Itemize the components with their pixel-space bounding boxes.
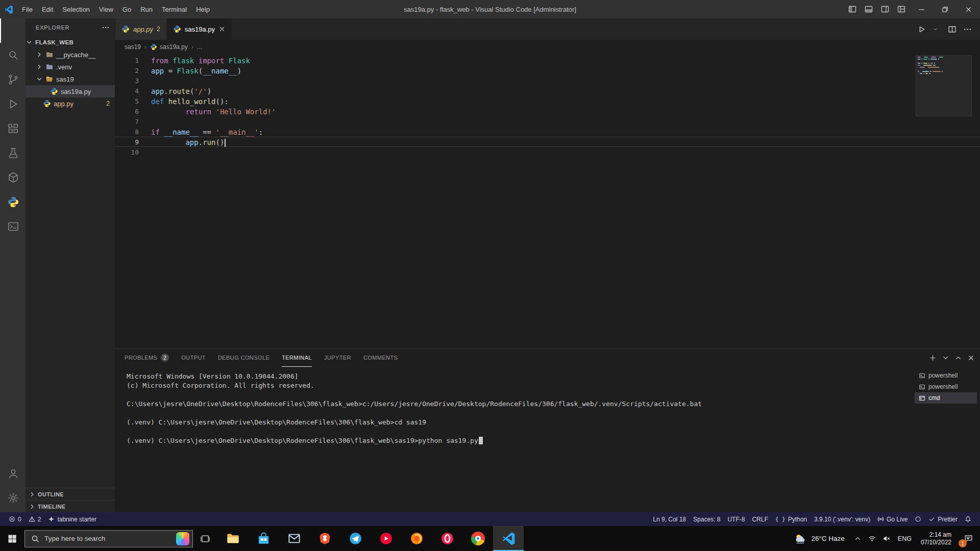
tree-item-sas19a-py[interactable]: sas19a.py — [26, 85, 115, 97]
tree-item-app-py[interactable]: app.py2 — [26, 97, 115, 110]
breadcrumb-item-sas19[interactable]: sas19 — [125, 43, 141, 51]
terminal-instance-cmd[interactable]: cmd — [915, 392, 977, 404]
restore-button[interactable] — [933, 0, 957, 18]
language-indicator[interactable]: ENG — [894, 535, 916, 542]
panel-tab-comments[interactable]: COMMENTS — [363, 349, 398, 367]
action-center-button[interactable]: 1 — [957, 526, 980, 551]
status-python-interpreter[interactable]: 3.9.10 ('.venv': venv) — [811, 512, 874, 526]
code-line-8[interactable]: 8if __name__ == '__main__': — [115, 127, 980, 137]
activity-search-icon[interactable] — [0, 43, 26, 67]
code-line-10[interactable]: 10 — [115, 147, 980, 157]
status-cursor-position[interactable]: Ln 9, Col 18 — [649, 512, 690, 526]
status-warnings[interactable]: 2 — [25, 512, 45, 526]
status-prettier[interactable]: Prettier — [925, 512, 961, 526]
weather-widget[interactable]: 26°C Haze — [788, 526, 850, 551]
panel-tab-debug-console[interactable]: DEBUG CONSOLE — [218, 349, 270, 367]
chrome-taskbar-icon[interactable] — [462, 526, 493, 551]
maximize-panel-button[interactable] — [954, 354, 962, 362]
tree-item-pycache[interactable]: __pycache__ — [26, 48, 115, 61]
activity-package-icon[interactable] — [0, 165, 26, 190]
tree-root-flask-web[interactable]: FLASK_WEB — [26, 36, 115, 48]
status-go-live[interactable]: Go Live — [874, 512, 911, 526]
terminal-instance-powershell[interactable]: powershell — [915, 370, 977, 381]
terminal-output[interactable]: Microsoft Windows [Version 10.0.19044.20… — [115, 367, 980, 512]
tree-item-venv[interactable]: .venv — [26, 61, 115, 73]
minimize-button[interactable] — [910, 0, 933, 18]
taskbar-search-input[interactable]: Type here to search — [24, 530, 193, 547]
activity-settings-icon[interactable] — [0, 486, 26, 510]
activity-extensions-icon[interactable] — [0, 116, 26, 141]
new-terminal-button[interactable] — [929, 354, 937, 362]
code-line-4[interactable]: 4app.route('/') — [115, 86, 980, 96]
sidebar-section-timeline[interactable]: TIMELINE — [26, 500, 115, 512]
activity-python-icon[interactable] — [0, 190, 26, 214]
menu-view[interactable]: View — [94, 0, 118, 18]
activity-run-debug-icon[interactable] — [0, 92, 26, 116]
more-actions-icon[interactable] — [102, 23, 110, 32]
store-taskbar-icon[interactable] — [248, 526, 279, 551]
more-editor-actions-button[interactable] — [961, 22, 974, 36]
tab-sas19a-py[interactable]: sas19a.py — [167, 18, 232, 40]
status-language-mode[interactable]: { }Python — [772, 512, 811, 526]
brave-taskbar-icon[interactable] — [309, 526, 340, 551]
panel-tab-jupyter[interactable]: JUPYTER — [324, 349, 351, 367]
hidden-icons-chevron[interactable] — [851, 526, 865, 551]
mail-taskbar-icon[interactable] — [279, 526, 309, 551]
code-line-5[interactable]: 5def hello_world(): — [115, 96, 980, 106]
terminal-instance-powershell[interactable]: powershell — [915, 381, 977, 392]
volume-muted-icon[interactable] — [879, 526, 894, 551]
toggle-sidebar-icon[interactable] — [844, 0, 861, 18]
menu-edit[interactable]: Edit — [37, 0, 58, 18]
terminal-dropdown-icon[interactable] — [942, 354, 949, 362]
search-highlights-icon[interactable] — [176, 532, 189, 545]
file-explorer-taskbar-icon[interactable] — [217, 526, 248, 551]
minimap[interactable] — [916, 55, 972, 157]
activity-source-control-icon[interactable] — [0, 67, 26, 92]
panel-tab-problems[interactable]: PROBLEMS2 — [125, 349, 169, 367]
status-indentation[interactable]: Spaces: 8 — [690, 512, 724, 526]
code-line-7[interactable]: 7 — [115, 116, 980, 127]
menu-file[interactable]: File — [17, 0, 37, 18]
status-tabnine[interactable]: tabnine starter — [44, 512, 100, 526]
menu-go[interactable]: Go — [118, 0, 136, 18]
toggle-secondary-sidebar-icon[interactable] — [877, 0, 893, 18]
menu-selection[interactable]: Selection — [58, 0, 94, 18]
activity-testing-icon[interactable] — [0, 141, 26, 165]
toggle-panel-icon[interactable] — [861, 0, 877, 18]
menu-run[interactable]: Run — [136, 0, 157, 18]
menu-help[interactable]: Help — [191, 0, 214, 18]
breadcrumb-item-[interactable]: ... — [197, 43, 202, 51]
taskbar-clock[interactable]: 2:14 am 07/10/2022 — [916, 531, 957, 546]
telegram-taskbar-icon[interactable] — [340, 526, 371, 551]
opera-taskbar-icon[interactable] — [432, 526, 462, 551]
run-python-file-button[interactable] — [915, 22, 928, 36]
firefox-taskbar-icon[interactable] — [401, 526, 432, 551]
youtube-taskbar-icon[interactable] — [371, 526, 401, 551]
tab-app-py[interactable]: app.py2 — [115, 18, 167, 40]
vscode-taskbar-icon[interactable] — [493, 526, 524, 551]
close-button[interactable] — [957, 0, 980, 18]
close-panel-button[interactable] — [967, 354, 975, 362]
menu-terminal[interactable]: Terminal — [157, 0, 191, 18]
activity-account-icon[interactable] — [0, 461, 26, 486]
customize-layout-icon[interactable] — [893, 0, 910, 18]
tree-item-sas19[interactable]: sas19 — [26, 73, 115, 85]
run-dropdown-icon[interactable] — [930, 22, 943, 36]
status-errors[interactable]: 0 — [5, 512, 25, 526]
start-button[interactable] — [0, 526, 24, 551]
status-extension-circle[interactable] — [911, 512, 925, 526]
code-line-1[interactable]: 1from flask import Flask — [115, 55, 980, 65]
panel-tab-terminal[interactable]: TERMINAL — [282, 349, 312, 367]
code-line-6[interactable]: 6 return 'Hello World!' — [115, 106, 980, 116]
status-encoding[interactable]: UTF-8 — [724, 512, 748, 526]
status-notifications[interactable] — [961, 512, 975, 526]
split-editor-button[interactable] — [945, 22, 959, 36]
code-editor[interactable]: 1from flask import Flask2app = Flask(__n… — [115, 54, 980, 348]
code-line-2[interactable]: 2app = Flask(__name__) — [115, 65, 980, 76]
breadcrumb-item-sas19a-py[interactable]: sas19a.py — [150, 43, 188, 51]
activity-terminal-icon[interactable] — [0, 214, 26, 239]
close-tab-icon[interactable] — [218, 26, 226, 33]
status-eol[interactable]: CRLF — [748, 512, 771, 526]
code-line-9[interactable]: 9 app.run() — [115, 137, 980, 147]
network-icon[interactable] — [865, 526, 879, 551]
